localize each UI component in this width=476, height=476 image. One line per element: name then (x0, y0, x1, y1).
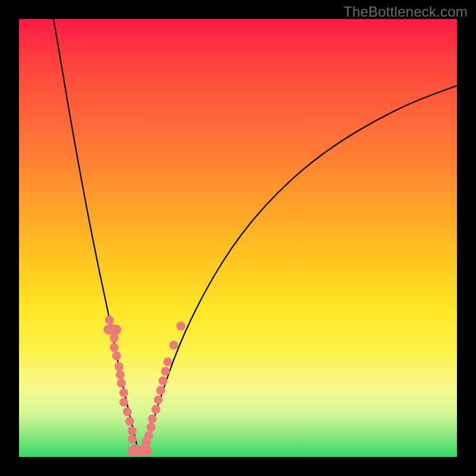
highlight-dot (116, 371, 125, 380)
highlight-dot-cluster (104, 325, 121, 334)
watermark-text: TheBottleneck.com (343, 4, 468, 20)
curve-left-branch (54, 19, 138, 451)
highlight-dot (112, 352, 121, 361)
highlight-dot (115, 362, 124, 371)
highlight-dot (152, 405, 161, 414)
highlight-dot (161, 367, 170, 376)
highlight-dot (120, 398, 129, 407)
highlight-dot (120, 389, 129, 397)
highlight-dot (147, 423, 156, 432)
highlight-dot (117, 379, 126, 388)
chart-frame: TheBottleneck.com (0, 0, 476, 476)
highlight-dot (145, 431, 154, 440)
plot-area (19, 19, 457, 457)
highlight-dot (110, 334, 119, 343)
highlight-dot (126, 417, 134, 426)
highlight-dot (105, 316, 114, 325)
highlight-dot (110, 343, 119, 352)
highlight-dot-cluster (127, 446, 152, 456)
highlight-dot (177, 322, 186, 331)
highlight-dot (148, 415, 157, 424)
highlight-dot (156, 386, 165, 395)
highlight-dot (128, 427, 137, 436)
highlight-dot (164, 358, 173, 367)
highlight-dots-group (104, 316, 186, 456)
highlight-dot (128, 435, 137, 444)
highlight-dot (123, 408, 132, 416)
highlight-dot (154, 396, 163, 405)
curve-right-branch (144, 86, 457, 451)
highlight-dot (170, 341, 178, 350)
highlight-dot (159, 377, 168, 386)
curve-layer (19, 19, 457, 457)
